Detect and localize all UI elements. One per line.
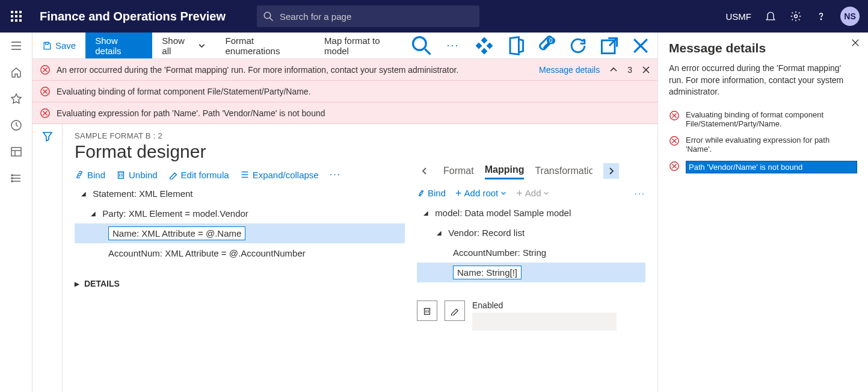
svg-rect-26 (46, 42, 49, 44)
chevron-down-icon (543, 190, 549, 196)
model-node-vendor[interactable]: ◢ Vendor: Record list (417, 223, 645, 243)
message-details-link[interactable]: Message details (539, 65, 600, 75)
show-all-button[interactable]: Show all (152, 33, 215, 58)
modules-icon[interactable] (10, 172, 22, 184)
model-node-root[interactable]: ◢ model: Data model Sample model (417, 203, 645, 223)
plugin-icon[interactable] (473, 35, 495, 57)
svg-rect-6 (11, 19, 13, 22)
panel-message-1[interactable]: Evaluating binding of format component F… (669, 107, 857, 132)
model-node-accountnumber[interactable]: AccountNumber: String (417, 243, 645, 263)
enabled-field[interactable] (472, 313, 617, 331)
error-banner-3: Evaluating expression for path 'Name'. P… (32, 102, 657, 124)
svg-line-10 (269, 17, 272, 20)
enabled-label: Enabled (472, 300, 617, 310)
hamburger-icon[interactable] (10, 40, 22, 52)
banner-text-1: An error occurred during the 'Format map… (57, 65, 458, 75)
svg-rect-3 (11, 15, 13, 17)
panel-description: An error occurred during the 'Format map… (669, 63, 857, 98)
toolbar-more-icon[interactable]: ··· (330, 169, 341, 180)
edit-formula-label: Edit formula (181, 170, 229, 180)
close-page-icon[interactable] (630, 35, 651, 57)
close-panel-icon[interactable] (851, 39, 860, 47)
attachments-icon[interactable]: 0 (536, 35, 558, 57)
gear-icon[interactable] (790, 10, 802, 22)
mapping-actions: Bind +Add root +Add ··· (417, 188, 645, 198)
model-node-name[interactable]: Name: String[!] (417, 263, 645, 282)
expand-collapse-button[interactable]: Expand/collapse (240, 170, 319, 180)
save-button[interactable]: Save (32, 33, 85, 58)
svg-point-25 (11, 181, 13, 182)
edit-formula-button[interactable]: Edit formula (168, 170, 229, 180)
svg-rect-7 (15, 19, 17, 22)
app-launcher-button[interactable] (0, 10, 32, 22)
format-enumerations-button[interactable]: Format enumerations (216, 33, 315, 58)
panel-message-2[interactable]: Error while evaluating expression for pa… (669, 132, 857, 157)
delete-property-button[interactable] (417, 300, 437, 321)
popout-icon[interactable] (599, 35, 620, 57)
unbind-button[interactable]: Unbind (116, 170, 158, 180)
left-rail (0, 33, 32, 392)
expand-label: Expand/collapse (253, 170, 319, 180)
bind-button[interactable]: Bind (75, 170, 105, 180)
chevron-down-icon (197, 41, 206, 51)
svg-rect-0 (11, 11, 13, 13)
tab-mapping[interactable]: Mapping (485, 162, 525, 179)
tree-node-name[interactable]: Name: XML Attribute = @.Name (75, 223, 405, 243)
svg-rect-17 (11, 148, 21, 156)
tab-format[interactable]: Format (443, 163, 474, 179)
svg-point-27 (413, 37, 426, 50)
error-icon (40, 64, 51, 75)
office-icon[interactable] (505, 35, 526, 57)
banner-text-3: Evaluating expression for path 'Name'. P… (57, 108, 325, 118)
format-enum-label: Format enumerations (226, 36, 306, 56)
help-icon[interactable] (815, 10, 827, 22)
tree-node-accountnum[interactable]: AccountNum: XML Attribute = @.AccountNum… (75, 243, 405, 263)
tree-node-party[interactable]: ◢ Party: XML Element = model.Vendor (75, 204, 405, 223)
home-icon[interactable] (10, 66, 22, 78)
show-details-button[interactable]: Show details (85, 33, 152, 58)
panel-message-3[interactable]: Path 'Vendor/Name' is not bound (669, 157, 857, 177)
svg-point-11 (795, 15, 798, 18)
breadcrumb: SAMPLE FORMAT B : 2 (75, 131, 645, 140)
refresh-icon[interactable] (567, 35, 589, 57)
recent-icon[interactable] (10, 119, 22, 131)
svg-rect-43 (119, 172, 124, 179)
tree-node-statement[interactable]: ◢ Statement: XML Element (75, 184, 405, 204)
tab-transformations[interactable]: Transformations (535, 163, 593, 179)
svg-point-12 (820, 19, 821, 19)
find-icon[interactable] (411, 35, 432, 57)
save-label: Save (55, 40, 76, 51)
svg-rect-2 (19, 11, 22, 13)
svg-rect-5 (19, 15, 22, 17)
map-format-button[interactable]: Map format to model (315, 33, 411, 58)
close-banner-icon[interactable] (642, 66, 650, 74)
edit-property-button[interactable] (445, 300, 465, 321)
company-picker[interactable]: USMF (726, 11, 752, 22)
star-icon[interactable] (10, 93, 22, 105)
add-root-button[interactable]: +Add root (455, 188, 506, 198)
error-icon (669, 135, 680, 146)
banner-count: 3 (627, 65, 632, 75)
add-button: +Add (516, 188, 549, 198)
tab-scroll-left-icon[interactable] (417, 163, 432, 179)
mapping-tabs: Format Mapping Transformations (417, 162, 645, 179)
bind-label: Bind (87, 170, 105, 180)
tab-scroll-right-icon[interactable] (603, 163, 619, 179)
attachments-badge: 0 (547, 37, 555, 44)
chevron-down-icon (500, 190, 506, 196)
message-details-panel: Message details An error occurred during… (657, 33, 868, 392)
svg-point-24 (11, 178, 13, 179)
error-icon (669, 161, 680, 172)
error-icon (669, 110, 680, 121)
mapping-more-icon[interactable]: ··· (634, 188, 645, 198)
svg-rect-1 (15, 11, 17, 13)
filter-icon[interactable] (42, 130, 54, 392)
collapse-messages-button[interactable] (609, 67, 618, 73)
more-icon[interactable]: ··· (442, 39, 464, 52)
workspace-icon[interactable] (10, 146, 22, 158)
user-avatar[interactable]: NS (840, 7, 860, 26)
bell-icon[interactable] (765, 10, 777, 22)
mapping-bind-button[interactable]: Bind (417, 188, 446, 198)
global-search-input[interactable]: Search for a page (257, 5, 479, 27)
details-section-toggle[interactable]: ▶DETAILS (75, 279, 405, 288)
